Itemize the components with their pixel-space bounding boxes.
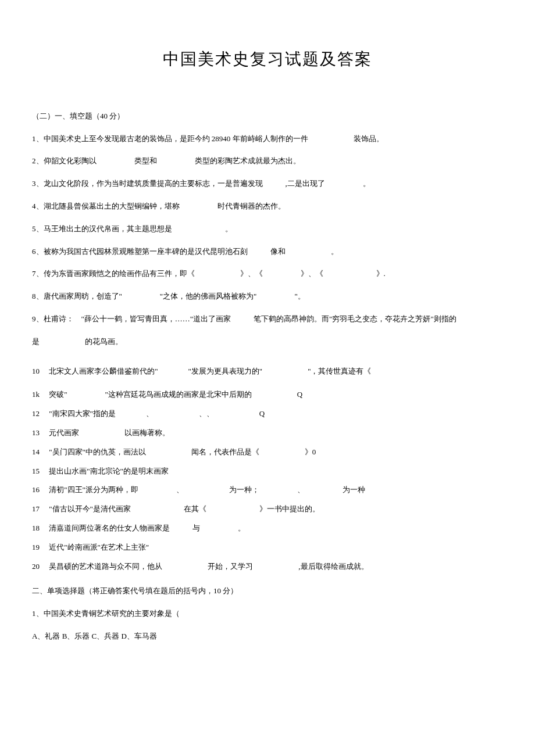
question-17-num: 17	[32, 503, 47, 515]
section2-q1: 1、中国美术史青铜艺术研究的主要对象是（	[32, 608, 503, 620]
question-10-num: 10	[32, 366, 47, 378]
question-19-num: 19	[32, 542, 47, 554]
question-15-text: 提出山水画"南北宗论"的是明末画家	[49, 465, 502, 478]
question-9b: 是 的花鸟画。	[32, 336, 503, 348]
question-20: 20 吴昌硕的艺术道路与众不同，他从 开始，又学习 ,最后取得绘画成就。	[32, 561, 503, 573]
question-13-num: 13	[32, 427, 47, 439]
question-13: 13 元代画家 以画梅著称。	[32, 427, 503, 439]
question-8: 8、唐代画家周昉，创造了" "之体，他的佛画风格被称为" "。	[32, 291, 503, 303]
question-14: 14 "吴门四家"中的仇英，画法以 闻名，代表作品是《 》0	[32, 446, 503, 458]
question-2: 2、仰韶文化彩陶以 类型和 类型的彩陶艺术成就最为杰出。	[32, 155, 503, 167]
question-18: 18 清嘉道间两位著名的仕女人物画家是 与 。	[32, 522, 503, 535]
question-20-num: 20	[32, 561, 47, 573]
question-12: 12 "南宋四大家"指的是 、 、、 Q	[32, 408, 503, 420]
question-18-text: 清嘉道间两位著名的仕女人物画家是 与 。	[49, 522, 502, 535]
page-title: 中国美术史复习试题及答案	[32, 46, 503, 73]
question-19: 19 近代"岭南画派"在艺术上主张"	[32, 542, 503, 554]
question-16-text: 清初"四王"派分为两种，即 、 为一种； 、 为一种	[49, 484, 502, 496]
question-13-text: 元代画家 以画梅著称。	[49, 427, 502, 439]
question-4: 4、湖北随县曾侯墓出土的大型铜编钟，堪称 时代青铜器的杰作。	[32, 200, 503, 213]
question-6: 6、被称为我国古代园林景观雕塑第一座丰碑的是汉代昆明池石刻 像和 。	[32, 246, 503, 258]
section1-header: （二）一、填空题（40 分）	[32, 110, 503, 123]
question-17-text: "借古以开今"是清代画家 在其《 》一书中提出的。	[49, 503, 502, 515]
question-15-num: 15	[32, 465, 47, 478]
question-16-num: 16	[32, 484, 47, 496]
question-11-num: 1k	[32, 389, 47, 401]
question-7: 7、传为东晋画家顾恺之的绘画作品有三件，即《 》、《 》、《 》.	[32, 268, 503, 280]
question-14-text: "吴门四家"中的仇英，画法以 闻名，代表作品是《 》0	[49, 446, 502, 458]
question-12-num: 12	[32, 408, 47, 420]
question-10: 10 北宋文人画家李公麟借鉴前代的" "发展为更具表现力的" "，其传世真迹有《	[32, 366, 503, 378]
question-20-text: 吴昌硕的艺术道路与众不同，他从 开始，又学习 ,最后取得绘画成就。	[49, 561, 502, 573]
question-19-text: 近代"岭南画派"在艺术上主张"	[49, 542, 502, 554]
question-10-text: 北宋文人画家李公麟借鉴前代的" "发展为更具表现力的" "，其传世真迹有《	[49, 366, 502, 378]
section2-q1-options: A、礼器 B、乐器 C、兵器 D、车马器	[32, 630, 503, 643]
question-5: 5、马王堆出土的汉代帛画，其主题思想是 。	[32, 223, 503, 235]
question-1: 1、中国美术史上至今发现最古老的装饰品，是距今约 28940 年前峙峪人制作的一…	[32, 133, 503, 145]
question-14-num: 14	[32, 446, 47, 458]
question-11-text: 突破" "这种宫廷花鸟画成规的画家是北宋中后期的 Q	[49, 389, 502, 401]
section2-header: 二、单项选择题（将正确答案代号填在题后的括号内，10 分）	[32, 585, 503, 597]
question-18-num: 18	[32, 522, 47, 535]
question-9a: 9、杜甫诗： "薛公十一鹤，皆写青田真，……"道出了画家 笔下鹤的高昂神韵。而"…	[32, 313, 503, 325]
question-3: 3、龙山文化阶段，作为当时建筑质量提高的主要标志，一是普遍发现 ,二是出现了 。	[32, 178, 503, 190]
question-16: 16 清初"四王"派分为两种，即 、 为一种； 、 为一种	[32, 484, 503, 496]
question-17: 17 "借古以开今"是清代画家 在其《 》一书中提出的。	[32, 503, 503, 515]
question-11: 1k 突破" "这种宫廷花鸟画成规的画家是北宋中后期的 Q	[32, 389, 503, 401]
question-12-text: "南宋四大家"指的是 、 、、 Q	[49, 408, 502, 420]
question-15: 15 提出山水画"南北宗论"的是明末画家	[32, 465, 503, 478]
